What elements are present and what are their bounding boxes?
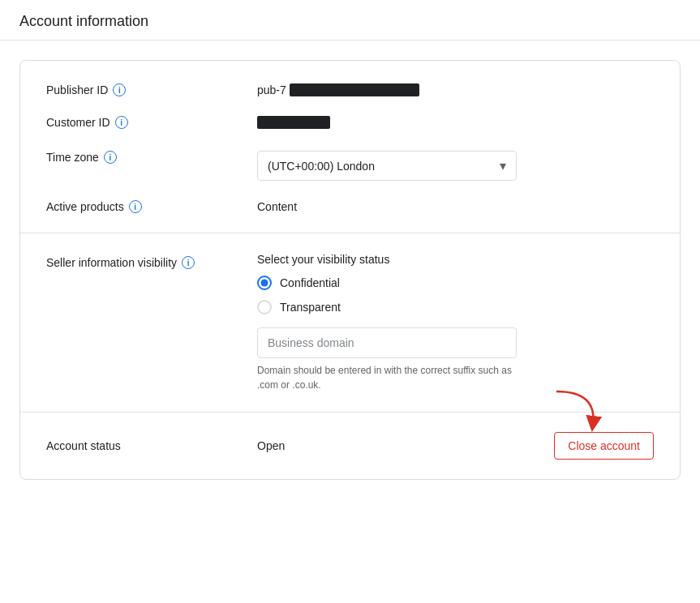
customer-id-value [257, 113, 654, 131]
customer-id-text: Customer ID [46, 116, 110, 129]
timezone-label: Time zone i [46, 148, 257, 164]
chevron-down-icon: ▾ [500, 158, 506, 173]
seller-visibility-row: Seller information visibility i Select y… [46, 253, 654, 392]
close-account-container: Close account [554, 432, 654, 460]
transparent-radio[interactable] [257, 300, 272, 314]
business-domain-input[interactable] [257, 327, 517, 358]
seller-visibility-info-icon[interactable]: i [182, 256, 195, 269]
timezone-value: (UTC+00:00) London ▾ [257, 148, 654, 181]
customer-id-row: Customer ID i [46, 113, 654, 131]
visibility-subtitle: Select your visibility status [257, 253, 654, 266]
customer-id-info-icon[interactable]: i [115, 116, 128, 129]
account-info-card: Publisher ID i pub-7 Customer ID i [19, 60, 681, 480]
timezone-info-icon[interactable]: i [104, 151, 117, 164]
publisher-id-label: Publisher ID i [46, 80, 257, 96]
publisher-id-row: Publisher ID i pub-7 [46, 80, 654, 96]
seller-visibility-section: Seller information visibility i Select y… [20, 233, 680, 413]
account-status-section: Account status Open Close account [20, 413, 680, 479]
publisher-id-text: Publisher ID [46, 83, 108, 96]
timezone-row: Time zone i (UTC+00:00) London ▾ [46, 148, 654, 181]
seller-visibility-text: Seller information visibility [46, 256, 177, 269]
timezone-select[interactable]: (UTC+00:00) London ▾ [257, 151, 517, 181]
active-products-text: Active products [46, 200, 124, 213]
account-status-left: Account status Open [46, 439, 285, 452]
customer-id-redacted [257, 116, 330, 129]
confidential-label: Confidential [280, 276, 340, 289]
publisher-id-redacted [290, 83, 419, 96]
active-products-row: Active products i Content [46, 197, 654, 213]
confidential-radio[interactable] [257, 276, 272, 290]
transparent-option[interactable]: Transparent [257, 300, 654, 314]
account-status-row: Account status Open Close account [46, 432, 654, 460]
timezone-text: Time zone [46, 151, 99, 164]
active-products-value: Content [257, 197, 654, 213]
active-products-info-icon[interactable]: i [129, 200, 142, 213]
seller-visibility-content: Select your visibility status Confidenti… [257, 253, 654, 392]
confidential-option[interactable]: Confidential [257, 276, 654, 290]
active-products-label: Active products i [46, 197, 257, 213]
publisher-id-prefix: pub-7 [257, 83, 286, 96]
visibility-radio-group: Confidential Transparent [257, 276, 654, 314]
red-arrow-icon [548, 387, 605, 432]
active-products-content: Content [257, 200, 297, 213]
close-account-button[interactable]: Close account [554, 432, 654, 460]
publisher-id-value: pub-7 [257, 80, 654, 96]
domain-hint: Domain should be entered in with the cor… [257, 363, 517, 392]
account-status-value: Open [257, 439, 285, 452]
account-status-label: Account status [46, 439, 257, 452]
customer-id-label: Customer ID i [46, 113, 257, 129]
publisher-id-info-icon[interactable]: i [113, 83, 126, 96]
seller-visibility-label: Seller information visibility i [46, 253, 257, 269]
transparent-label: Transparent [280, 301, 341, 314]
page-header: Account information [0, 0, 700, 41]
page-title: Account information [19, 13, 681, 30]
basic-info-section: Publisher ID i pub-7 Customer ID i [20, 61, 680, 233]
timezone-select-value: (UTC+00:00) London [268, 160, 375, 173]
page-content: Publisher ID i pub-7 Customer ID i [0, 41, 700, 499]
